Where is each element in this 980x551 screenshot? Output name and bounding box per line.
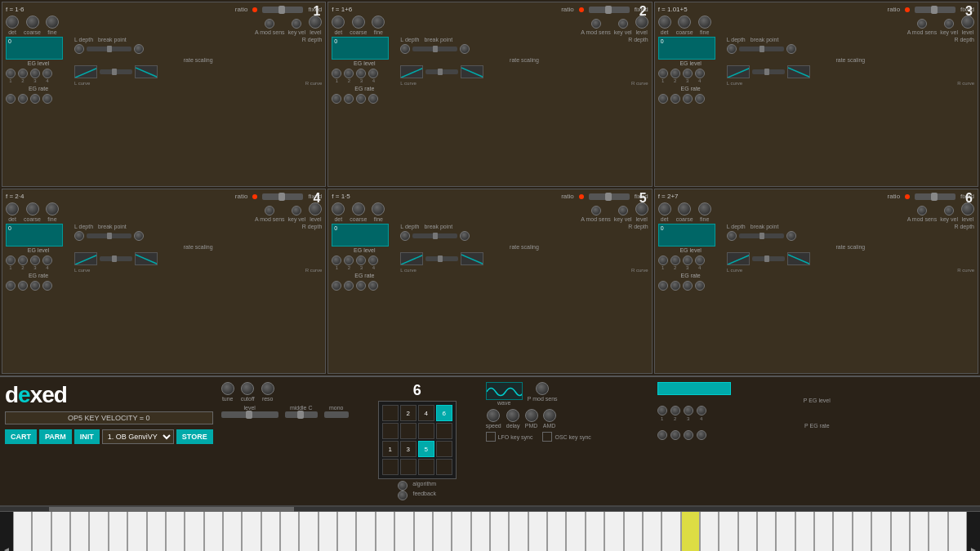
- op-1-ldepth-knob[interactable]: [74, 44, 84, 54]
- peg-knob-4[interactable]: [697, 406, 706, 415]
- op-3-amodsens-knob[interactable]: [917, 19, 927, 29]
- white-key-G1[interactable]: [89, 512, 108, 551]
- op-5-eglevel-2-knob[interactable]: [344, 256, 354, 265]
- white-key-E6[interactable]: [719, 512, 737, 551]
- op-6-ldepth-knob[interactable]: [727, 231, 737, 241]
- white-key-F7[interactable]: [871, 512, 890, 551]
- store-button[interactable]: STORE: [176, 429, 213, 444]
- op-6-bp-slider[interactable]: [739, 233, 784, 238]
- op-6-det-knob[interactable]: [658, 202, 671, 216]
- osc-key-sync-checkbox[interactable]: [542, 432, 552, 442]
- op-4-keyvel-knob[interactable]: [292, 206, 301, 216]
- op-3-eglevel-2-knob[interactable]: [670, 69, 680, 78]
- reso-knob[interactable]: [261, 382, 274, 395]
- op-3-eglevel-3-knob[interactable]: [683, 69, 693, 78]
- white-key-C1[interactable]: C1: [13, 512, 32, 551]
- op-6-eglevel-2-knob[interactable]: [670, 256, 680, 265]
- op-1-coarse-knob[interactable]: [26, 16, 39, 29]
- white-key-F6[interactable]: [738, 512, 757, 551]
- op-4-fine-knob[interactable]: [46, 202, 59, 216]
- white-key-A1[interactable]: [109, 512, 127, 551]
- init-button[interactable]: INIT: [74, 429, 100, 444]
- white-key-B2[interactable]: [261, 512, 280, 551]
- op-3-ldepth-knob[interactable]: [727, 44, 737, 54]
- op-4-ldepth-knob[interactable]: [74, 231, 84, 241]
- op-1-egrate-1-knob[interactable]: [6, 94, 16, 104]
- op-3-eglevel-4-knob[interactable]: [695, 69, 705, 78]
- op-6-egrate-1-knob[interactable]: [658, 281, 668, 291]
- white-key-B4[interactable]: [528, 512, 547, 551]
- white-key-D4[interactable]: [433, 512, 452, 551]
- op-2-egrate-1-knob[interactable]: [332, 94, 341, 104]
- peg-knob-1[interactable]: [657, 406, 667, 415]
- op-6-keyvel-knob[interactable]: [944, 206, 954, 216]
- op-1-eglevel-3-knob[interactable]: [30, 69, 40, 78]
- peg-rate-knob-2[interactable]: [670, 430, 680, 440]
- op-6-eglevel-1-knob[interactable]: [658, 256, 668, 265]
- op-1-rdepth-knob[interactable]: [134, 44, 144, 54]
- op-3-egrate-4-knob[interactable]: [695, 94, 705, 104]
- op-5-fine-knob[interactable]: [372, 202, 385, 216]
- pmd-knob[interactable]: [525, 409, 538, 422]
- op-4-egrate-2-knob[interactable]: [18, 281, 28, 291]
- op-1-egrate-2-knob[interactable]: [18, 94, 28, 104]
- op-5-eglevel-3-knob[interactable]: [356, 256, 366, 265]
- feedback-knob[interactable]: [398, 491, 408, 500]
- peg-rate-knob-1[interactable]: [657, 430, 667, 440]
- op-2-fine-knob[interactable]: [372, 16, 385, 29]
- op-4-bp-slider[interactable]: [87, 233, 131, 238]
- cutoff-knob[interactable]: [241, 382, 254, 395]
- keyboard-right-arrow[interactable]: ►: [969, 545, 978, 552]
- op-6-ratio-slider[interactable]: [915, 193, 956, 200]
- white-key-E5[interactable]: [586, 512, 604, 551]
- op-4-egrate-3-knob[interactable]: [30, 281, 40, 291]
- op-2-keyvel-knob[interactable]: [618, 19, 628, 29]
- middle-c-slider[interactable]: [285, 411, 318, 418]
- white-key-B5[interactable]: [662, 512, 680, 551]
- white-key-G2[interactable]: [223, 512, 242, 551]
- op-1-eglevel-1-knob[interactable]: [6, 69, 16, 78]
- op-5-ldepth-knob[interactable]: [400, 231, 410, 241]
- peg-rate-knob-4[interactable]: [697, 430, 706, 440]
- op-1-ratescaling-slider[interactable]: [100, 69, 132, 74]
- op-3-egrate-3-knob[interactable]: [683, 94, 693, 104]
- white-key-G7[interactable]: [891, 512, 910, 551]
- white-key-A4[interactable]: [509, 512, 528, 551]
- op-2-eglevel-3-knob[interactable]: [356, 69, 366, 78]
- op-3-fine-knob[interactable]: [698, 16, 711, 29]
- white-key-E2[interactable]: [185, 512, 203, 551]
- white-key-A6[interactable]: [776, 512, 795, 551]
- white-key-B3[interactable]: [394, 512, 413, 551]
- white-key-C6[interactable]: C6: [681, 512, 700, 551]
- op-4-eglevel-1-knob[interactable]: [6, 256, 16, 265]
- white-key-A3[interactable]: [376, 512, 394, 551]
- white-key-A5[interactable]: [643, 512, 662, 551]
- op-5-egrate-3-knob[interactable]: [356, 281, 366, 291]
- level-slider[interactable]: [221, 411, 278, 418]
- op-6-egrate-4-knob[interactable]: [695, 281, 705, 291]
- op-5-eglevel-4-knob[interactable]: [368, 256, 378, 265]
- op-2-egrate-2-knob[interactable]: [344, 94, 354, 104]
- op-6-egrate-3-knob[interactable]: [683, 281, 693, 291]
- op-6-eglevel-4-knob[interactable]: [695, 256, 705, 265]
- op-1-eglevel-4-knob[interactable]: [42, 69, 52, 78]
- op-2-eglevel-1-knob[interactable]: [332, 69, 341, 78]
- white-key-E1[interactable]: [51, 512, 70, 551]
- op-1-keyvel-knob[interactable]: [292, 19, 301, 29]
- op-4-coarse-knob[interactable]: [26, 202, 39, 216]
- op-3-egrate-2-knob[interactable]: [670, 94, 680, 104]
- algo-grid[interactable]: 2 4 6 1 3 5: [378, 401, 457, 479]
- op-6-rdepth-knob[interactable]: [786, 231, 796, 241]
- op-4-det-knob[interactable]: [6, 202, 19, 216]
- white-key-F1[interactable]: [70, 512, 89, 551]
- op-4-ratio-slider[interactable]: [262, 193, 303, 200]
- op-3-ratio-slider[interactable]: [915, 7, 956, 13]
- op-3-det-knob[interactable]: [658, 16, 671, 29]
- white-key-D1[interactable]: [32, 512, 51, 551]
- op-3-keyvel-knob[interactable]: [944, 19, 954, 29]
- peg-knob-3[interactable]: [684, 406, 693, 415]
- op-2-bp-slider[interactable]: [412, 47, 457, 51]
- op-5-ratio-slider[interactable]: [589, 193, 630, 200]
- op-5-eglevel-1-knob[interactable]: [332, 256, 341, 265]
- op-5-bp-slider[interactable]: [412, 233, 457, 238]
